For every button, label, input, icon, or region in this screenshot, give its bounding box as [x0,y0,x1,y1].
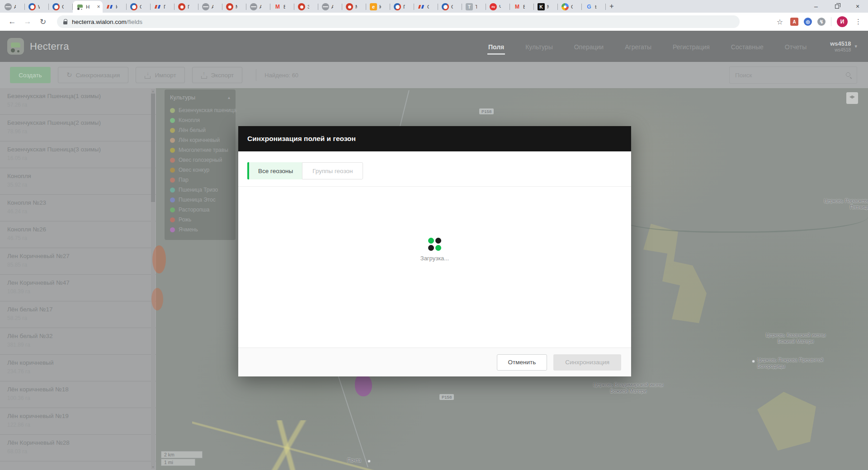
browser-tab[interactable]: H × [73,1,103,13]
browser-tab[interactable]: GT06 [414,1,438,13]
export-button[interactable]: ↑Экспорт [192,67,243,83]
map-place-label: Почта [347,457,374,464]
create-button[interactable]: Создать [10,67,51,83]
field-list-item[interactable]: Конопля 35.92 га [0,168,156,195]
window-controls: – × [806,0,868,13]
forward-button[interactable]: → [20,14,35,29]
field-list-item[interactable]: Лён коричневый 234.76 га [0,355,156,381]
tab-close-icon[interactable]: × [96,4,101,10]
browser-tab[interactable]: K Маст [534,1,558,13]
browser-tab[interactable]: e Конт [366,1,390,13]
tab-favicon-icon [178,3,185,10]
field-list-item[interactable]: Лён коричневый №18 100.36 га [0,381,156,408]
field-list-item[interactable]: Безенчукская Пшеница(2 озимы) 78.96 га [0,115,156,141]
field-list-item[interactable]: Лён белый №17 58.25 га [0,301,156,328]
cancel-button[interactable]: Отменить [497,354,547,371]
tab-title: Вход [523,4,525,9]
tab-title: CMS [62,4,64,9]
scroll-up-icon[interactable]: ▲ [151,89,155,93]
field-list-item[interactable]: Лён Коричневый №28 68.03 га [0,435,156,461]
profile-avatar[interactable]: И [837,16,848,27]
pdf-extension-icon[interactable]: A [790,18,798,26]
crop-color-dot [170,217,175,222]
browser-tab[interactable]: Mitsu [342,1,366,13]
scrollbar-thumb[interactable] [151,94,155,202]
new-tab-button[interactable]: + [606,0,618,12]
synchronize-button[interactable]: Синхронизация [553,354,621,371]
import-button[interactable]: ↓Импорт [136,67,184,83]
header-nav-item[interactable]: Отчеты [784,33,807,61]
bookmark-star-icon[interactable]: ☆ [777,18,783,26]
field-list-item[interactable]: Конопля №26 46.75 га [0,221,156,248]
browser-tab[interactable]: Авто [246,1,270,13]
back-button[interactable]: ← [5,14,20,29]
browser-tab[interactable]: Поля [151,1,175,13]
field-name: Лён Коричневый №28 [7,439,144,446]
header-nav-item[interactable]: Агрегаты [624,33,652,61]
app-header: Hecterra Поля Культуры Операции Агрегаты… [0,31,868,62]
address-bar[interactable]: hecterra.wialon.com/fields [57,15,740,28]
loading-indicator: Загрузка... [238,151,631,348]
tab-title: Поля [164,4,165,9]
browser-tab[interactable]: Осн [438,1,462,13]
browser-tab[interactable]: Подк [390,1,414,13]
crop-label: Пшеница Этос [179,197,216,203]
tab-title: Авто [259,4,261,9]
chrome-menu-icon[interactable]: ⋮ [853,18,863,26]
close-window-button[interactable]: × [847,0,868,13]
field-list-item[interactable]: Лен Коричневый №47 108.39 га [0,275,156,301]
browser-tab[interactable]: Прод [175,1,198,13]
search-input[interactable] [735,72,845,79]
translate-extension-icon[interactable]: ⊕ [804,18,812,26]
field-list-item[interactable]: Лен Коричневый №27 85.85 га [0,248,156,275]
tab-title: Mitsu [355,4,357,9]
tab-favicon-icon: M [514,3,521,10]
browser-tab[interactable]: Mitsu [222,1,246,13]
field-list-item[interactable]: Конопля №23 46.24 га [0,195,156,221]
browser-tab[interactable]: Авто [1,1,25,13]
https-lock-icon[interactable] [63,21,67,24]
extension-bolt-icon[interactable]: ↯ [817,18,826,26]
header-nav-item[interactable]: Составные [730,33,764,61]
browser-tab[interactable]: Спар [558,1,582,13]
browser-tab[interactable]: CMS [49,1,73,13]
reload-button[interactable]: ↻ [35,14,51,29]
header-nav-item[interactable]: Поля [487,33,505,61]
field-list-item[interactable]: Безенчукская Пшеница(1 озимы) 57.26 га [0,88,156,115]
browser-tab[interactable]: M Вход [270,1,294,13]
browser-tab[interactable]: Wialo [25,1,49,13]
tab-title: H [86,4,94,9]
legend-item: Безенчукская пшеница [170,105,230,115]
scroll-down-icon[interactable]: ▼ [151,465,155,469]
browser-tab[interactable]: Hecte [103,1,127,13]
field-list-item[interactable]: Лён белый №32 381.89 га [0,328,156,355]
search-icon [845,71,852,79]
browser-tab[interactable]: Авто [318,1,342,13]
user-menu[interactable]: ws4518 ws4518 ▾ [830,40,857,52]
browser-tab[interactable]: G track [582,1,606,13]
header-nav-item[interactable]: Операции [573,33,605,61]
field-area: 108.39 га [7,288,144,295]
field-name: Лен Коричневый №27 [7,253,144,259]
legend-item: Конопля [170,115,230,125]
fields-sidebar: Безенчукская Пшеница(1 озимы) 57.26 га Б… [0,88,156,470]
browser-tab[interactable]: M Вход [510,1,534,13]
field-list-item[interactable]: Безенчукская Пшеница(3 озимы) 16.05 га [0,141,156,168]
map-layers-button[interactable] [846,92,858,104]
field-list-item[interactable]: Лён коричневый №19 122.86 га [0,408,156,435]
sync-button[interactable]: Синхронизация [58,67,128,83]
crop-color-dot [170,118,175,123]
restore-button[interactable] [826,0,847,13]
minimize-button[interactable]: – [806,0,826,13]
browser-tab[interactable]: Зака [294,1,318,13]
header-nav-item[interactable]: Культуры [524,33,553,61]
collapse-chevron-icon[interactable]: ▴ [228,95,230,100]
browser-tab[interactable]: Т Талр [462,1,486,13]
browser-tab[interactable]: diy Чем [486,1,510,13]
header-nav-item[interactable]: Регистрация [672,33,711,61]
browser-tab[interactable]: Авто [198,1,222,13]
field-area: 68.03 га [7,448,144,455]
browser-tab[interactable]: Созд [127,1,151,13]
hecterra-logo-icon[interactable] [7,38,24,55]
tab-favicon-icon: M [274,3,281,10]
